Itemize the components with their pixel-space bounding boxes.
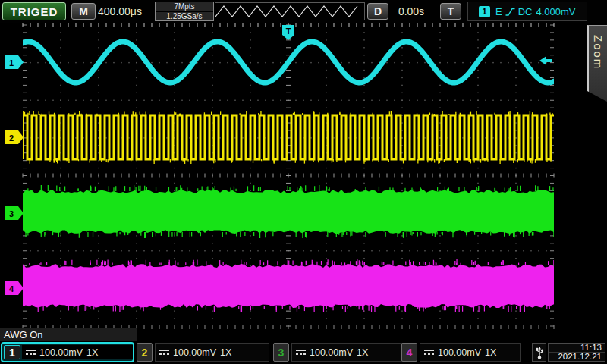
- trigger-status-badge: TRIGED: [2, 2, 66, 20]
- delay-readout: 0.00s: [388, 2, 434, 20]
- dc-coupling-icon: [296, 349, 306, 356]
- trigger-coupling: DC: [518, 6, 533, 17]
- memory-depth: 7Mpts: [156, 2, 213, 12]
- usb-icon: [535, 344, 544, 360]
- trigger-type: E: [495, 6, 502, 17]
- svg-text:4: 4: [9, 284, 14, 293]
- channel-2-scale: 100.00mV: [173, 347, 216, 358]
- dc-coupling-icon: [26, 349, 36, 356]
- svg-text:2: 2: [9, 133, 14, 143]
- dc-coupling-icon: [159, 349, 169, 356]
- channel-2-readout[interactable]: 100.00mV 1X: [155, 343, 269, 362]
- svg-text:T: T: [286, 27, 291, 36]
- channel-1-badge: 1: [4, 345, 20, 359]
- rising-edge-icon: [505, 7, 515, 17]
- channel-3-scale: 100.00mV: [310, 347, 353, 358]
- top-status-bar: TRIGED M 400.00μs 7Mpts 1.25GSa/s D 0.00…: [0, 0, 607, 23]
- waveform-preview-icon: [215, 2, 365, 20]
- zoom-tab[interactable]: Zoom: [587, 25, 607, 102]
- trigger-menu-button[interactable]: T: [440, 3, 461, 20]
- dc-coupling-icon: [424, 349, 434, 356]
- timebase-readout: 400.00μs: [93, 2, 147, 20]
- channel-1-scale: 100.00mV: [39, 347, 83, 358]
- channel-1-probe: 1X: [86, 347, 98, 358]
- svg-text:1: 1: [9, 58, 14, 67]
- date-readout: 2021.12.21: [549, 353, 605, 361]
- usb-status: [532, 343, 546, 362]
- channel-2-probe: 1X: [220, 347, 231, 358]
- channel-4-readout[interactable]: 100.00mV 1X: [420, 343, 521, 362]
- channel-4-scale: 100.00mV: [438, 347, 481, 358]
- oscilloscope-screen: 1234T TRIGED M 400.00μs 7Mpts 1.25GSa/s …: [0, 0, 607, 364]
- awg-status: AWG On: [0, 328, 137, 341]
- svg-text:3: 3: [9, 209, 14, 218]
- clock: 11:13 2021.12.21: [548, 343, 605, 362]
- channel-4-badge[interactable]: 4: [401, 343, 417, 362]
- sample-rate: 1.25GSa/s: [156, 12, 213, 21]
- channel-3-probe: 1X: [357, 347, 368, 358]
- trigger-source-badge: 1: [479, 6, 490, 17]
- zoom-tab-label: Zoom: [592, 26, 605, 102]
- trigger-level: 4.000mV: [536, 6, 575, 17]
- acquisition-info-box: 7Mpts 1.25GSa/s: [155, 2, 214, 21]
- channel-3-readout[interactable]: 100.00mV 1X: [291, 343, 404, 362]
- waveform-display: 1234T: [0, 0, 607, 364]
- channel-1-readout[interactable]: 1 100.00mV 1X: [1, 342, 134, 362]
- trigger-readout: 1 E DC 4.000mV: [467, 2, 587, 21]
- delay-menu-button[interactable]: D: [367, 3, 388, 20]
- channel-3-badge[interactable]: 3: [273, 343, 289, 362]
- channel-4-probe: 1X: [485, 347, 496, 358]
- channel-2-badge[interactable]: 2: [137, 343, 153, 362]
